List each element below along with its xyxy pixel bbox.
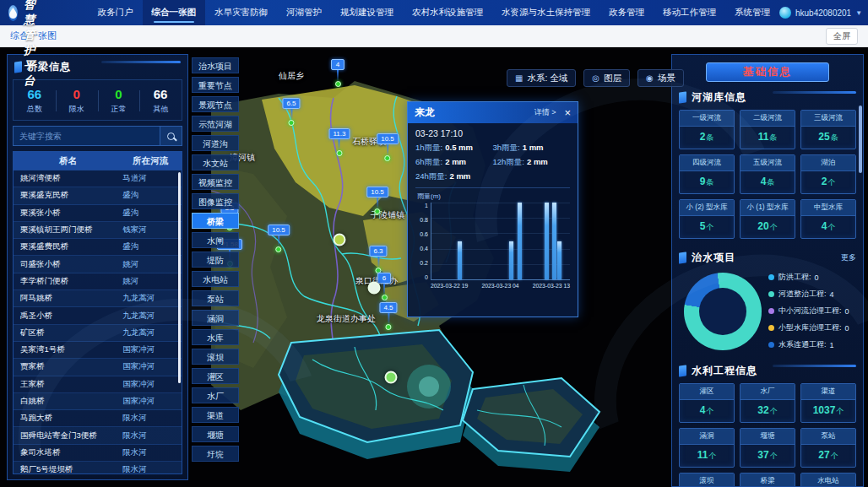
map-marker[interactable]: 4.5 (379, 302, 397, 330)
table-row[interactable]: 国舜电站寄金门3便桥 限水河 (14, 427, 182, 444)
table-row[interactable]: 鹅厂5号堤坝桥 限水河 (14, 462, 182, 474)
col-header-name: 桥名 (14, 155, 119, 167)
layer-menu-item[interactable]: 水库 (192, 329, 239, 345)
table-row[interactable]: 阿马姚桥 九龙蒿河 (14, 290, 182, 307)
layer-menu-item[interactable]: 视频监控 (192, 174, 239, 190)
user-menu[interactable]: hkub42080201 ▼ (779, 7, 868, 19)
right-panel-scrollbar[interactable] (859, 106, 862, 173)
table-row[interactable]: 栗溪盛克民桥 盛沟 (14, 187, 182, 204)
table-row[interactable]: 王家桥 国家冲河 (14, 376, 182, 393)
marker-value-tag: 10.5 (377, 133, 399, 144)
map-marker[interactable]: 11.3 (329, 128, 350, 156)
marker-stem (387, 144, 388, 155)
marker-value-tag: 11.3 (329, 128, 350, 139)
rivers-section-title: 河湖库信息 (692, 90, 746, 105)
nav-tab[interactable]: 政务门户 (89, 0, 143, 25)
layer-menu-item[interactable]: 河道沟 (192, 135, 239, 151)
map-marker[interactable]: 4 (331, 59, 344, 87)
marker-pin-icon (384, 155, 390, 161)
map-tool-button[interactable]: ◉ 场景 (637, 69, 684, 87)
layer-menu-item[interactable]: 水闸 (192, 232, 239, 248)
nav-tab[interactable]: 移动工作管理 (654, 0, 725, 25)
layer-menu-item[interactable]: 重要节点 (192, 77, 239, 93)
map-tool-button[interactable]: ▦ 水系: 全域 (507, 69, 576, 87)
layer-menu-item[interactable]: 渠道 (192, 407, 239, 423)
layer-menu-item[interactable]: 图像监控 (192, 193, 239, 209)
layer-menu-item[interactable]: 堤防 (192, 252, 239, 268)
chart-y-ticks: 1 0.8 0.6 0.4 0.2 0 (415, 203, 431, 280)
map-icon[interactable] (368, 282, 381, 295)
bridge-info-panel: 桥梁信息 66 总数 0 限水 0 正常 6 (7, 54, 188, 480)
layer-menu-item[interactable]: 灌区 (192, 368, 239, 384)
search-button[interactable] (160, 126, 182, 146)
legend-item: 防洪工程:0 (768, 272, 856, 283)
projects-legend: 防洪工程:0 河道整治工程:4 中小河流治理工程:0 小型水库治 (768, 272, 856, 350)
table-row[interactable]: 禹圣小桥 九龙蒿河 (14, 307, 182, 324)
rain-metric: 24h雨量:2 mm (415, 171, 570, 182)
table-row[interactable]: 李学桥门便桥 姚河 (14, 273, 182, 290)
table-row[interactable]: 栗溪镇胡王两门便桥 钱家河 (14, 222, 182, 239)
chart-bar (545, 203, 549, 279)
legend-dot-icon (768, 274, 774, 280)
detail-link[interactable]: 详情 > (534, 107, 556, 118)
marker-stem (377, 198, 378, 208)
nav-tab[interactable]: 河湖管护 (277, 0, 331, 25)
username: hkub42080201 (795, 8, 851, 18)
map-marker[interactable]: 10.5 (268, 225, 290, 252)
table-row[interactable]: 栗溪盛费民桥 盛沟 (14, 239, 182, 256)
map-marker[interactable]: 10.5 (377, 133, 399, 161)
chart-bar (557, 241, 561, 280)
layer-menu-item[interactable]: 涵洞 (192, 310, 239, 326)
table-row[interactable]: 矿区桥 九龙蒿河 (14, 325, 182, 342)
nav-tabs: 政务门户 综合一张图 水旱灾害防御 河湖管护 规划建设管理 农村水利设施管理 水… (89, 0, 780, 25)
map-icon[interactable] (385, 371, 398, 384)
layer-menu: 治水项目 重要节点 景观节点 示范河湖 河道沟 水文站 视频监控 图像监控 桥梁… (192, 57, 239, 462)
table-scrollbar[interactable] (178, 172, 181, 383)
layer-menu-item[interactable]: 治水项目 (192, 57, 239, 73)
layer-menu-item[interactable]: 景观节点 (192, 96, 239, 112)
nav-tab[interactable]: 政务管理 (599, 0, 654, 25)
layer-menu-item[interactable]: 水文站 (192, 154, 239, 170)
nav-tab[interactable]: 规划建设管理 (331, 0, 403, 25)
section-chip-icon (679, 91, 686, 103)
map-marker[interactable]: 10.5 (366, 187, 388, 214)
tool-icon: ◉ (646, 73, 654, 83)
nav-tab[interactable]: 系统管理 (725, 0, 779, 25)
nav-tab[interactable]: 水资源与水土保持管理 (492, 0, 599, 25)
layer-menu-item[interactable]: 圩垸 (192, 446, 239, 462)
layer-menu-item[interactable]: 水电站 (192, 271, 239, 287)
table-row[interactable]: 吴家湾1号桥 国家冲河 (14, 342, 182, 359)
layer-menu-item[interactable]: 堰塘 (192, 426, 239, 442)
map-marker[interactable]: 6.3 (369, 246, 387, 273)
bridge-table: 桥名 所在河流 姚河湾便桥 马道河 栗溪盛克民桥 盛沟 栗溪张小桥 盛沟 (13, 151, 182, 474)
map-marker[interactable]: 6.5 (282, 98, 300, 126)
table-row[interactable]: 马跑大桥 限水河 (14, 410, 182, 427)
search-input[interactable] (13, 126, 160, 146)
fullscreen-button[interactable]: 全屏 (826, 28, 858, 45)
nav-tab[interactable]: 农村水利设施管理 (403, 0, 492, 25)
layer-menu-item[interactable]: 泵站 (192, 290, 239, 306)
stat-tile: 小 (1) 型水库 20个 (740, 199, 795, 239)
layer-menu-item[interactable]: 水厂 (192, 387, 239, 403)
stat-tile: 三级河流 25条 (800, 110, 856, 149)
more-link[interactable]: 更多 (841, 252, 856, 263)
table-row[interactable]: 姚河湾便桥 马道河 (14, 170, 182, 187)
layer-menu-item[interactable]: 示范河湖 (192, 116, 239, 132)
chart-bar (458, 241, 462, 280)
table-row[interactable]: 贾家桥 国家冲河 (14, 359, 182, 376)
table-row[interactable]: 司盛张小桥 姚河 (14, 256, 182, 273)
station-popup: 来龙 详情 > × 03-23 17:10 1h雨量:0.5 mm 3h雨量:1… (407, 101, 578, 317)
table-row[interactable]: 象司水塔桥 限水河 (14, 445, 182, 462)
map-tool-button[interactable]: ◎ 图层 (583, 69, 630, 87)
map-icon[interactable] (334, 234, 346, 246)
layer-menu-item[interactable]: 滚坝 (192, 349, 239, 365)
projects-chart-row: 防洪工程:0 河道整治工程:4 中小河流治理工程:0 小型水库治 (672, 268, 863, 359)
layer-menu-item[interactable]: 桥梁 (192, 213, 239, 229)
table-row[interactable]: 白姚桥 国家冲河 (14, 393, 182, 410)
chart-bar (518, 203, 522, 279)
nav-tab[interactable]: 综合一张图 (143, 0, 206, 25)
base-info-button[interactable]: 基础信息 (706, 62, 829, 82)
table-row[interactable]: 栗溪张小桥 盛沟 (14, 205, 182, 222)
close-icon[interactable]: × (564, 107, 571, 118)
nav-tab[interactable]: 水旱灾害防御 (205, 0, 277, 25)
